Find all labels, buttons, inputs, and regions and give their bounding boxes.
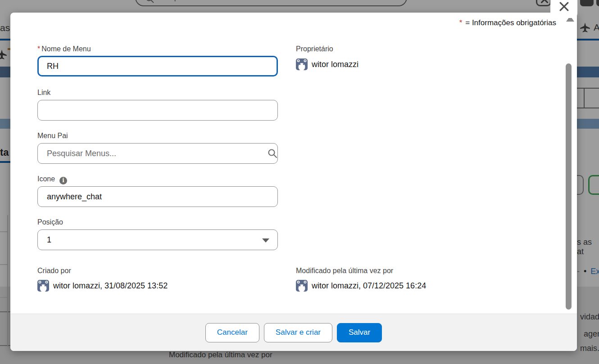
required-info-note: *= Informações obrigatórias bbox=[459, 18, 556, 27]
proprietario-value-row: witor lomazzi bbox=[296, 58, 358, 70]
cancel-button[interactable]: Cancelar bbox=[205, 323, 259, 342]
link-label: Link bbox=[37, 89, 50, 97]
label-text: Menu Pai bbox=[37, 132, 68, 139]
scrollbar-thumb[interactable] bbox=[566, 63, 572, 310]
modificado-por-label: Modificado pela última vez por bbox=[296, 267, 393, 275]
criado-por-label: Criado por bbox=[37, 267, 71, 275]
proprietario-label: Proprietário bbox=[296, 45, 333, 53]
icone-input[interactable] bbox=[37, 186, 278, 207]
criado-por-value-row: witor lomazzi, 31/08/2025 13:52 bbox=[37, 280, 168, 292]
menu-pai-label: Menu Pai bbox=[37, 132, 68, 140]
required-asterisk: * bbox=[459, 18, 463, 27]
posicao-dropdown[interactable]: 1 bbox=[37, 229, 278, 250]
bear-avatar-icon bbox=[37, 280, 49, 292]
link-input[interactable] bbox=[37, 100, 278, 121]
close-button[interactable] bbox=[550, 0, 577, 18]
label-text: Icone bbox=[37, 175, 55, 183]
label-text: Nome de Menu bbox=[41, 45, 91, 53]
icone-label: Iconei bbox=[37, 175, 67, 184]
label-text: Criado por bbox=[37, 267, 71, 274]
posicao-value: 1 bbox=[47, 235, 51, 245]
modal-footer: Cancelar Salvar e criar Salvar bbox=[10, 314, 577, 351]
label-text: Link bbox=[37, 89, 50, 96]
required-asterisk: * bbox=[37, 45, 40, 53]
label-text: Modificado pela última vez por bbox=[296, 267, 393, 274]
criado-por-value: witor lomazzi, 31/08/2025 13:52 bbox=[53, 281, 168, 291]
chevron-down-icon bbox=[262, 238, 269, 243]
proprietario-value: witor lomazzi bbox=[312, 60, 358, 69]
close-icon bbox=[558, 1, 570, 12]
nome-de-menu-label: *Nome de Menu bbox=[37, 45, 91, 53]
required-text: = Informações obrigatórias bbox=[465, 18, 556, 27]
menu-pai-lookup-input[interactable] bbox=[37, 143, 278, 164]
bear-avatar-icon bbox=[296, 58, 308, 70]
label-text: Posição bbox=[37, 218, 63, 226]
save-and-new-button[interactable]: Salvar e criar bbox=[264, 323, 332, 342]
save-button[interactable]: Salvar bbox=[337, 323, 382, 342]
info-icon[interactable]: i bbox=[59, 177, 67, 184]
modificado-por-value: witor lomazzi, 07/12/2025 16:24 bbox=[312, 281, 426, 291]
bear-avatar-icon bbox=[296, 280, 308, 292]
edit-menu-modal: *= Informações obrigatórias *Nome de Men… bbox=[10, 13, 577, 351]
label-text: Proprietário bbox=[296, 45, 333, 53]
posicao-label: Posição bbox=[37, 218, 63, 226]
modificado-por-value-row: witor lomazzi, 07/12/2025 16:24 bbox=[296, 280, 426, 292]
nome-de-menu-input[interactable] bbox=[37, 56, 278, 76]
